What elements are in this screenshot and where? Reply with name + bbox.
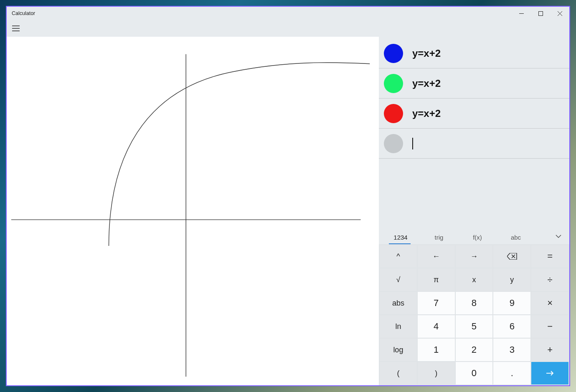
key-6[interactable]: 6 [493, 315, 530, 338]
equation-label: y=x+2 [412, 78, 441, 89]
tab-fx[interactable]: f(x) [458, 234, 497, 244]
key-x[interactable]: x [456, 268, 493, 291]
close-button[interactable] [550, 7, 569, 20]
key-cursor-right[interactable]: → [456, 245, 493, 268]
equation-label: y=x+2 [412, 48, 441, 59]
color-swatch-blue[interactable] [384, 44, 403, 63]
key-equals[interactable]: = [531, 245, 568, 268]
key-paren-open[interactable]: ( [380, 362, 417, 384]
equation-row-new[interactable] [379, 129, 569, 159]
key-7[interactable]: 7 [418, 292, 455, 314]
hamburger-icon [12, 25, 20, 31]
key-divide[interactable]: ÷ [531, 268, 568, 291]
graph-canvas[interactable] [7, 37, 379, 385]
color-swatch-green[interactable] [384, 74, 403, 93]
key-paren-close[interactable]: ) [418, 362, 455, 384]
keypad-grid: ^ ← → = √ π x y [379, 244, 569, 385]
keypad-area: 1234 trig f(x) abc ^ ← → [379, 228, 569, 385]
close-icon [558, 11, 562, 16]
key-sqrt[interactable]: √ [380, 268, 417, 291]
active-tab-underline [389, 243, 411, 244]
content-area: y=x+2 y=x+2 y=x+2 1234 [7, 37, 569, 385]
key-caret[interactable]: ^ [380, 245, 417, 268]
key-abs[interactable]: abs [380, 292, 417, 314]
equation-row-0[interactable]: y=x+2 [379, 38, 569, 68]
key-9[interactable]: 9 [493, 292, 530, 314]
equation-row-1[interactable]: y=x+2 [379, 68, 569, 99]
svg-rect-1 [538, 11, 543, 15]
arrow-right-icon [546, 369, 554, 377]
key-4[interactable]: 4 [418, 315, 455, 338]
key-8[interactable]: 8 [456, 292, 493, 314]
key-decimal[interactable]: . [493, 362, 530, 384]
maximize-button[interactable] [531, 7, 550, 20]
chevron-down-icon [556, 235, 561, 238]
menu-button[interactable] [8, 20, 24, 37]
key-ln[interactable]: ln [380, 315, 417, 338]
key-log[interactable]: log [380, 339, 417, 361]
equation-row-2[interactable]: y=x+2 [379, 99, 569, 129]
toolbar [7, 20, 569, 37]
minimize-button[interactable] [512, 7, 531, 20]
tab-trig[interactable]: trig [420, 234, 458, 244]
app-window: Calculator [6, 6, 570, 386]
keypad-tabs: 1234 trig f(x) abc [379, 228, 569, 244]
key-2[interactable]: 2 [456, 339, 493, 361]
tab-abc[interactable]: abc [497, 234, 535, 244]
key-y[interactable]: y [493, 268, 530, 291]
equation-input[interactable] [413, 138, 538, 149]
title-bar: Calculator [7, 7, 569, 20]
backspace-icon [507, 253, 517, 260]
plot-curve [109, 63, 370, 246]
graph-svg [7, 37, 379, 385]
key-plus[interactable]: + [531, 339, 568, 361]
key-pi[interactable]: π [418, 268, 455, 291]
key-backspace[interactable] [493, 245, 530, 268]
key-5[interactable]: 5 [456, 315, 493, 338]
maximize-icon [538, 11, 543, 16]
equation-list: y=x+2 y=x+2 y=x+2 [379, 37, 569, 228]
side-panel: y=x+2 y=x+2 y=x+2 1234 [379, 37, 569, 385]
key-multiply[interactable]: × [531, 292, 568, 314]
key-0[interactable]: 0 [456, 362, 493, 384]
equation-label: y=x+2 [412, 108, 441, 119]
app-title: Calculator [12, 10, 35, 16]
key-1[interactable]: 1 [418, 339, 455, 361]
key-cursor-left[interactable]: ← [418, 245, 455, 268]
minimize-icon [519, 11, 524, 16]
color-swatch-red[interactable] [384, 104, 403, 123]
key-submit[interactable] [531, 362, 568, 384]
tab-1234[interactable]: 1234 [381, 234, 420, 244]
color-swatch-empty[interactable] [384, 134, 403, 153]
key-3[interactable]: 3 [493, 339, 530, 361]
window-controls [512, 7, 569, 20]
collapse-keypad-button[interactable] [550, 228, 567, 244]
key-minus[interactable]: − [531, 315, 568, 338]
